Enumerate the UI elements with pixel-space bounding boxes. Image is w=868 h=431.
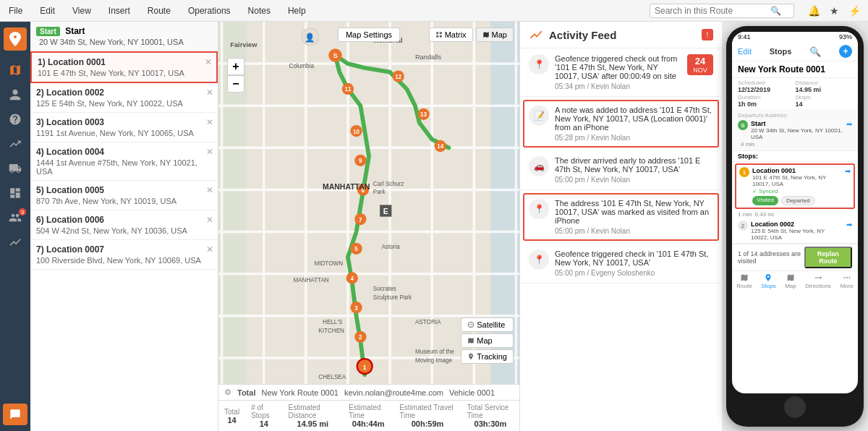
bell-icon[interactable]: 🔔	[806, 3, 822, 19]
stop-5-close[interactable]: ✕	[206, 185, 213, 195]
nav-person-icon[interactable]	[3, 84, 27, 106]
footer-total: Total	[237, 388, 255, 397]
stat-distance: Estimated Distance 14.95 mi	[288, 404, 337, 428]
map-settings-button[interactable]: Map Settings	[338, 27, 400, 42]
phone-scheduled-item: Scheduled: 12/12/2019	[738, 80, 795, 93]
left-nav: 3	[0, 22, 30, 431]
phone-stop-1-nav[interactable]: ➡	[845, 167, 851, 175]
map-view-button[interactable]: Map	[476, 27, 514, 42]
phone-stop-2[interactable]: 2 Location 0002 125 E 54th St, New York,…	[732, 218, 858, 244]
phone-edit-tab[interactable]: Edit	[738, 47, 752, 56]
phone-add-button[interactable]: +	[839, 45, 852, 58]
svg-text:E: E	[383, 208, 388, 216]
chat-button[interactable]	[3, 404, 27, 425]
phone-search-icon[interactable]: 🔍	[809, 46, 821, 57]
nav-chart-icon[interactable]	[3, 133, 27, 155]
stop-7-name: 7) Location 0007	[36, 244, 212, 255]
svg-text:13: 13	[420, 111, 427, 118]
menu-operations[interactable]: Operations	[185, 4, 234, 17]
date-badge: 24 NOV	[687, 54, 713, 75]
stop-2-close[interactable]: ✕	[206, 88, 213, 98]
phone-stops-count-label: Stops:	[796, 94, 853, 101]
phone-departed-button[interactable]: Departed	[781, 196, 815, 205]
stop-4-close[interactable]: ✕	[206, 147, 213, 157]
stop-item-3[interactable]: 3) Location 0003 1191 1st Avenue, New Yo…	[30, 113, 218, 142]
nav-group-icon[interactable]: 3	[3, 207, 27, 229]
phone-route-info: Scheduled: 12/12/2019 Distance: 14.95 mi…	[732, 78, 858, 109]
phone-nav-arrow[interactable]: ➡	[846, 120, 852, 128]
start-stop-item[interactable]: Start Start 20 W 34th St, New York, NY 1…	[30, 22, 218, 51]
menu-file[interactable]: File	[6, 4, 25, 17]
stop-1-close[interactable]: ✕	[205, 57, 212, 67]
satellite-button[interactable]: Satellite	[461, 317, 514, 332]
app-logo[interactable]	[4, 27, 27, 51]
phone-stop-2-address: 125 E 54th St, New York, NY 10022, USA	[751, 228, 843, 241]
star-icon[interactable]: ★	[826, 3, 842, 19]
phone-nav-directions[interactable]: Directions	[805, 273, 831, 289]
svg-text:2: 2	[359, 334, 362, 341]
feed-title: Activity Feed	[549, 29, 616, 41]
stop-6-addr: 504 W 42nd St, New York, NY 10036, USA	[36, 226, 212, 235]
feed-alert-badge: !	[702, 29, 713, 40]
tracking-button[interactable]: Tracking	[461, 349, 514, 364]
nav-question-icon[interactable]	[3, 108, 27, 130]
phone-nav-map[interactable]: Map	[785, 273, 796, 289]
stop-7-close[interactable]: ✕	[206, 244, 213, 255]
zoom-in-button[interactable]: +	[227, 58, 244, 75]
search-icon: 🔍	[770, 6, 781, 16]
menu-view[interactable]: View	[69, 4, 94, 17]
phone-nav-stops[interactable]: Stops	[761, 273, 775, 289]
svg-text:9: 9	[359, 158, 362, 164]
menu-help[interactable]: Help	[285, 4, 309, 17]
stop-6-close[interactable]: ✕	[206, 215, 213, 225]
feed-text-4: The address '101 E 47th St, New York, NY…	[555, 199, 713, 225]
stop-item-4[interactable]: 4) Location 0004 1444 1st Avenue #75th, …	[30, 142, 218, 181]
settings-icon[interactable]: ⚙	[224, 388, 231, 397]
search-input[interactable]	[655, 6, 770, 16]
footer-route-name: New York Route 0001	[261, 388, 338, 397]
phone-start-badge: S	[738, 120, 748, 130]
svg-text:Columbia: Columbia	[289, 63, 315, 69]
activity-icon	[529, 27, 543, 42]
phone-header: Edit Stops 🔍 +	[732, 42, 858, 61]
phone-nav-route[interactable]: Route	[736, 273, 752, 289]
stop-3-close[interactable]: ✕	[206, 117, 213, 127]
stat-total-label: Total	[224, 408, 239, 416]
stop-2-name: 2) Location 0002	[36, 88, 212, 98]
phone-home-button[interactable]	[784, 396, 806, 418]
nav-truck-icon[interactable]	[3, 158, 27, 179]
stop-item-7[interactable]: 7) Location 0007 100 Riverside Blvd, New…	[30, 240, 218, 270]
stop-item-2[interactable]: 2) Location 0002 125 E 54th St, New York…	[30, 83, 218, 113]
nav-map-icon[interactable]	[3, 59, 27, 81]
stat-service: Total Service Time 03h:30m	[467, 404, 514, 428]
stop-item-1[interactable]: 1) Location 0001 101 E 47th St, New York…	[30, 51, 218, 83]
phone-visited-button[interactable]: Visited	[752, 196, 778, 205]
matrix-button[interactable]: Matrix	[429, 27, 473, 42]
phone-stops-tab[interactable]: Stops	[770, 47, 792, 56]
svg-text:Park: Park	[373, 189, 386, 195]
svg-text:Carl Schurz: Carl Schurz	[373, 181, 404, 187]
matrix-label: Matrix	[445, 30, 467, 39]
stop-item-5[interactable]: 5) Location 0005 870 7th Ave, New York, …	[30, 181, 218, 210]
phone-nav-more[interactable]: More	[840, 273, 853, 289]
menu-edit[interactable]: Edit	[37, 4, 58, 17]
nav-grid-icon[interactable]	[3, 182, 27, 204]
stat-time: Estimated Time 04h:44m	[349, 404, 388, 428]
zoom-out-button[interactable]: −	[227, 75, 244, 93]
stat-travel-label: Estimated Travel Time	[399, 404, 456, 419]
map-toolbar: Matrix Map	[429, 27, 514, 42]
phone-stop-2-nav[interactable]: ➡	[846, 221, 852, 229]
phone-stop-1-address: 101 E 47th St, New York, NY 10017, USA	[752, 174, 842, 187]
stop-item-6[interactable]: 6) Location 0006 504 W 42nd St, New York…	[30, 210, 218, 240]
phone-replan-button[interactable]: Replan Route	[804, 247, 852, 268]
stop-6-name: 6) Location 0006	[36, 215, 212, 225]
menu-notes[interactable]: Notes	[245, 4, 273, 17]
map2-button[interactable]: Map	[461, 333, 514, 348]
lightning-icon[interactable]: ⚡	[846, 3, 862, 19]
menu-route[interactable]: Route	[145, 4, 174, 17]
feed-header: Activity Feed !	[520, 22, 722, 48]
map-zoom-controls: + −	[227, 58, 244, 93]
nav-trending-icon[interactable]	[3, 231, 27, 253]
menu-insert[interactable]: Insert	[106, 4, 133, 17]
phone-duration-label: Duration:	[738, 94, 795, 101]
